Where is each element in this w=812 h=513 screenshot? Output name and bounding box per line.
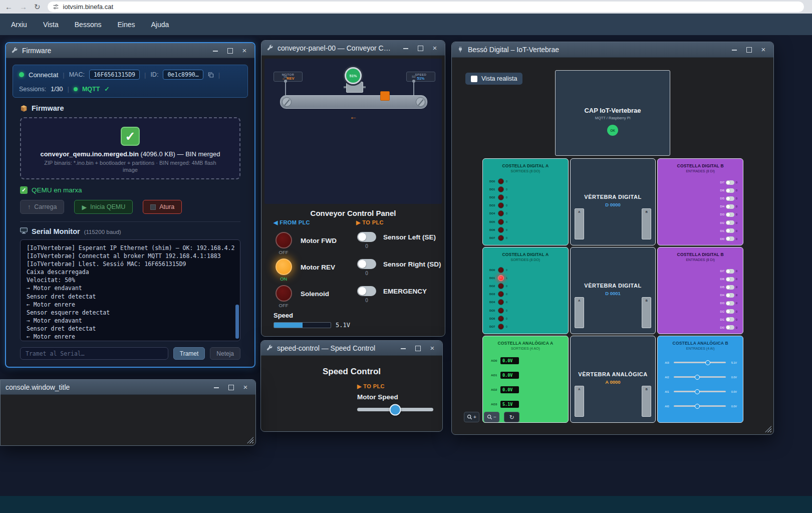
belt-roller-right — [416, 97, 425, 107]
slider-knob[interactable] — [390, 404, 401, 415]
reset-view-button[interactable]: ↻ — [504, 412, 519, 422]
twin-titlebar[interactable]: Bessó Digital – IoT-Vertebrae × — [452, 42, 773, 58]
realistic-view-checkbox[interactable]: Vista realista — [465, 73, 522, 85]
minimize-button[interactable] — [403, 45, 409, 51]
send-button[interactable]: Tramet — [173, 347, 205, 360]
input-toggle-switch[interactable] — [726, 236, 734, 241]
toggle-switch[interactable] — [357, 232, 376, 242]
speed-titlebar[interactable]: speed-control — Speed Control × — [261, 341, 442, 356]
input-toggle-switch[interactable] — [726, 204, 734, 209]
slider-knob[interactable] — [705, 360, 710, 365]
address-bar[interactable]: iotvsim.binefa.cat — [48, 2, 804, 12]
input-toggle-switch[interactable] — [726, 301, 734, 306]
minimize-button[interactable] — [213, 384, 219, 390]
motor-speed-slider[interactable] — [357, 408, 433, 411]
toggle-switch[interactable] — [357, 286, 376, 296]
maximize-button[interactable] — [415, 345, 421, 351]
firmware-titlebar[interactable]: Firmware × — [6, 43, 254, 58]
input-toggle-switch[interactable] — [726, 212, 734, 217]
led-value: 0 — [506, 196, 507, 199]
led-label: DO4 — [489, 301, 496, 304]
plc-lamp-row: OFF Motor FWD — [274, 232, 353, 255]
close-button[interactable]: × — [429, 345, 435, 351]
module-costella-digital-a-2: COSTELLA DIGITAL A SORTIDES (8 DO) DO0 0… — [482, 247, 569, 334]
stop-qemu-button[interactable]: Atura — [143, 200, 182, 214]
input-toggle-switch[interactable] — [726, 325, 734, 330]
close-button[interactable]: × — [242, 384, 248, 390]
input-toggle-switch[interactable] — [726, 196, 734, 201]
console-titlebar[interactable]: console.window_title × — [1, 380, 255, 395]
maximize-button[interactable] — [228, 384, 234, 390]
led-label: DO2 — [489, 285, 496, 288]
mac-value[interactable]: 16F6561315D9 — [89, 70, 140, 80]
input-toggle-switch[interactable] — [726, 188, 734, 193]
reload-icon[interactable]: ↻ — [34, 3, 41, 11]
forward-icon[interactable]: → — [20, 3, 27, 11]
conveyor-titlebar[interactable]: conveyor-panel-00 — Conveyor C… × — [261, 41, 445, 56]
input-toggle-switch[interactable] — [726, 317, 734, 322]
input-toggle-switch[interactable] — [726, 180, 734, 185]
zoom-in-button[interactable]: + — [464, 412, 479, 422]
slider-knob[interactable] — [695, 389, 700, 394]
serial-console[interactable]: [IoTVertebrae] Esperant IP Ethernet (shi… — [20, 239, 240, 341]
minimize-button[interactable] — [400, 345, 406, 351]
slider-label: AI3 — [665, 361, 671, 364]
maximize-button[interactable] — [746, 47, 752, 53]
start-qemu-button[interactable]: ▶Inicia QEMU — [74, 200, 133, 214]
led-value: 0 — [506, 317, 507, 320]
close-button[interactable]: × — [432, 45, 438, 51]
toggle-switch[interactable] — [357, 259, 376, 269]
input-toggle-switch[interactable] — [726, 277, 734, 282]
menubar-item[interactable]: Ajuda — [143, 18, 177, 32]
back-icon[interactable]: ← — [5, 3, 13, 11]
vertebra-code: A 0000 — [571, 379, 656, 385]
twin-module-grid: COSTELLA DIGITAL A SORTIDES (8 DO) DO0 0… — [482, 158, 743, 423]
analog-slider[interactable] — [674, 362, 726, 363]
serial-log-line: Sensor dret detectat — [27, 293, 234, 301]
firmware-meta: (4096.0 KB) — BIN merged — [139, 150, 220, 158]
close-button[interactable]: × — [241, 48, 247, 54]
input-toggle-switch[interactable] — [726, 220, 734, 225]
copy-icon[interactable] — [208, 72, 214, 78]
window-title: Bessó Digital – IoT-Vertebrae — [468, 46, 559, 54]
clear-button[interactable]: Neteja — [210, 347, 240, 360]
minimize-button[interactable] — [212, 48, 218, 54]
menubar-item[interactable]: Vista — [35, 18, 67, 32]
close-button[interactable]: × — [760, 47, 766, 53]
menubar-item[interactable]: Eines — [109, 18, 143, 32]
serial-scrollbar[interactable] — [235, 305, 239, 339]
module-costella-analogica-b: COSTELLA ANALÒGICA B ENTRADES (4 AI) AI3… — [657, 336, 743, 423]
resize-handle[interactable] — [247, 437, 253, 443]
analog-slider[interactable] — [674, 376, 726, 378]
serial-input[interactable] — [20, 347, 168, 360]
input-toggle-switch[interactable] — [726, 309, 734, 314]
analog-slider[interactable] — [674, 391, 726, 392]
resize-handle[interactable] — [765, 426, 771, 432]
indicator-lamp — [276, 232, 292, 248]
maximize-button[interactable] — [227, 48, 233, 54]
maximize-button[interactable] — [417, 45, 423, 51]
switch-label: DI3 — [720, 302, 724, 305]
menubar-item[interactable]: Arxiu — [3, 18, 35, 32]
menubar-item[interactable]: Bessons — [67, 18, 110, 32]
upload-button[interactable]: ↑Carrega — [20, 200, 64, 214]
input-toggle-switch[interactable] — [726, 285, 734, 290]
led-value: 0 — [506, 228, 507, 231]
minimize-button[interactable] — [731, 47, 737, 53]
check-icon: ✓ — [20, 186, 28, 194]
site-settings-icon[interactable] — [53, 4, 59, 10]
checkbox-icon[interactable] — [471, 76, 477, 82]
serial-log-line: ← Motor enrere — [27, 333, 234, 341]
input-toggle-switch[interactable] — [726, 228, 734, 233]
analog-input-row: AI0 0.0V — [665, 399, 737, 413]
zoom-out-button[interactable]: − — [484, 412, 499, 422]
id-value[interactable]: 0e1c8990… — [163, 70, 203, 80]
slider-knob[interactable] — [695, 375, 700, 380]
analog-slider[interactable] — [674, 405, 726, 407]
slider-knob[interactable] — [695, 404, 700, 409]
firmware-dropzone[interactable]: ✓ conveyor_qemu.ino.merged.bin (4096.0 K… — [20, 117, 240, 179]
input-toggle-switch[interactable] — [726, 293, 734, 298]
input-toggle-switch[interactable] — [726, 269, 734, 274]
analog-output-row: AO2 0.0V — [491, 382, 519, 397]
dropzone-hint: ZIP binaris: *.ino.bin + bootloader + pa… — [38, 160, 223, 174]
